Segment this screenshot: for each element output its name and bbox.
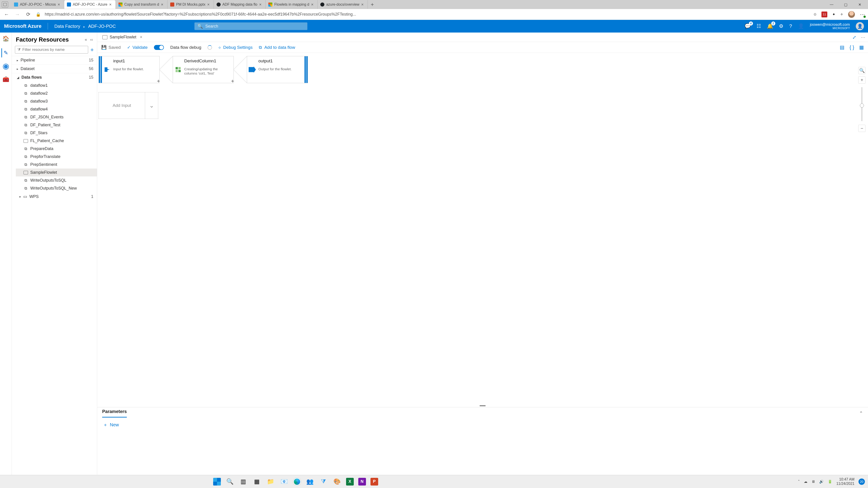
outlook-icon[interactable]: 📧 [280,477,289,486]
profile-avatar[interactable] [848,11,855,18]
dataflow-item[interactable]: ⧉PrepSentiment [16,161,97,168]
collapse-icon[interactable]: ‹‹ [90,37,93,42]
templates-icon[interactable]: ▤ [840,44,844,51]
close-icon[interactable]: × [140,35,143,39]
dataflow-item[interactable]: ⧉PrepforTranslate [16,153,97,161]
dataflow-item[interactable]: ⧉DF_Patient_Test [16,121,97,129]
monitor-icon[interactable] [3,64,9,70]
add-node-button[interactable]: + [230,78,236,84]
taskbar-search-icon[interactable]: 🔍 [225,477,235,486]
close-icon[interactable]: × [361,2,365,6]
paint-icon[interactable]: 🎨 [333,477,342,486]
vscode-icon[interactable]: ⧩ [319,477,328,486]
account-info[interactable]: joowen@microsoft.com MICROSOFT [810,22,850,30]
extension-badge[interactable]: 11 [822,11,827,18]
dataflow-item[interactable]: ⧉DF_JSON_Events [16,113,97,121]
notifications-icon[interactable]: 🔔2 [767,23,773,29]
zoom-in-button[interactable]: + [858,76,866,84]
add-input-box[interactable]: Add Input ⌄ [98,92,158,119]
excel-icon[interactable]: X [346,478,354,486]
add-node-button[interactable]: + [156,78,161,84]
clock[interactable]: 10:47 AM 11/24/2021 [836,477,855,486]
dataflow-item[interactable]: ⧉PrepareData [16,145,97,153]
explorer-icon[interactable]: 📁 [266,477,275,486]
manage-icon[interactable]: 🧰 [2,76,9,83]
close-icon[interactable]: × [161,2,164,6]
tab-parameters[interactable]: Parameters [102,409,127,418]
chevron-down-icon[interactable]: ⌄ [145,92,158,119]
browser-menu-icon[interactable]: ⋯ [860,11,865,18]
dataflow-item[interactable]: FL_Patient_Cache [16,137,97,145]
edge-icon[interactable] [293,478,301,486]
browser-tab[interactable]: ADF Mapping data flo × [214,0,266,9]
browser-tab[interactable]: ADF-JO-POC - Micros × [11,0,64,9]
url-text[interactable]: https://madrid-ci.azure.com/en-us/author… [45,12,809,17]
close-icon[interactable]: × [259,2,263,6]
flow-canvas[interactable]: input1 Input for the flowlet. + DerivedC… [97,53,868,404]
browser-tab[interactable]: PM DI Mocks.pptx × [167,0,214,9]
breadcrumb-service[interactable]: Data Factory [54,24,80,29]
zoom-thumb[interactable] [860,103,864,107]
volume-icon[interactable]: 🔊 [819,480,824,484]
forward-button[interactable]: → [14,11,21,18]
help-icon[interactable]: ? [789,23,792,29]
tab-manager-icon[interactable] [2,1,8,8]
browser-tab-active[interactable]: ADF-JO-POC - Azure × [64,0,116,9]
node-output[interactable]: output1 Output for the flowlet. [247,56,308,83]
favorite-icon[interactable]: ✩ [813,12,816,17]
editor-tab[interactable]: SampleFlowlet × [100,33,145,41]
close-window-button[interactable]: ✕ [853,0,866,9]
lock-icon[interactable]: 🔒 [36,12,41,17]
tray-chevron-icon[interactable]: ˄ [798,480,800,484]
panel-splitter[interactable] [97,404,868,407]
collections-icon[interactable]: ✧ [840,12,843,17]
minimize-button[interactable]: — [825,0,838,9]
resource-filter-input[interactable] [22,47,86,52]
dataflow-item[interactable]: ⧉WriteOutputsToSQL_New [16,184,97,192]
dataflow-item[interactable]: ⧉DF_Stars [16,129,97,137]
add-to-dataflow-button[interactable]: ⧉ Add to data flow [259,45,295,50]
feedback-icon[interactable]: 💬4 [745,23,751,29]
avatar-icon[interactable]: 👤 [856,22,864,30]
back-button[interactable]: ← [3,11,10,18]
close-icon[interactable]: × [58,2,61,6]
powerpoint-icon[interactable]: P [370,478,378,486]
dataflow-item[interactable]: ⧉dataflow3 [16,97,97,105]
start-button[interactable] [213,478,221,486]
fullscreen-icon[interactable]: ⤢ [852,35,856,40]
global-search[interactable]: 🔍 [194,22,307,30]
node-input[interactable]: input1 Input for the flowlet. [98,56,160,83]
widgets-icon[interactable]: ▦ [252,477,261,486]
code-icon[interactable]: { } [849,44,854,51]
section-dataset[interactable]: ▸ Dataset 56 [12,64,97,73]
debug-settings-button[interactable]: ⟐ Debug Settings [218,45,252,50]
refresh-button[interactable]: ⟳ [25,11,32,18]
diagnostic-icon[interactable]: ☷ [756,23,761,29]
close-icon[interactable]: × [311,2,315,6]
chevrons-icon[interactable]: « [85,37,87,42]
zoom-slider[interactable] [862,87,862,121]
validate-button[interactable]: ✓ Validate [127,45,148,50]
search-input[interactable] [205,24,305,29]
teams-icon[interactable]: 👥 [305,477,314,486]
breadcrumb-factory[interactable]: ADF-JO-POC [88,24,116,29]
azure-brand[interactable]: Microsoft Azure [4,23,41,29]
author-icon[interactable]: ✎ [1,48,8,57]
browser-tab[interactable]: azure-docs/overview × [318,0,368,9]
account-switch-icon[interactable]: 👤 [798,23,804,29]
home-icon[interactable]: 🏠 [2,35,9,42]
new-parameter-button[interactable]: ＋ New [103,422,862,428]
debug-toggle[interactable] [154,45,164,50]
zoom-out-button[interactable]: − [858,125,866,132]
chevron-up-icon[interactable]: ⌃ [859,411,863,416]
browser-tab[interactable]: Flowlets in mapping d × [266,0,318,9]
extensions-icon[interactable]: ✦ [832,12,835,17]
battery-icon[interactable]: 🔋 [828,480,832,484]
more-icon[interactable]: ⋯ [861,35,865,40]
network-icon[interactable]: 🖥 [811,480,815,484]
dataflow-item[interactable]: ⧉dataflow2 [16,90,97,97]
dataflow-item[interactable]: ⧉dataflow1 [16,82,97,90]
properties-icon[interactable]: ▦ [859,44,864,51]
dataflow-item[interactable]: SampleFlowlet [16,168,97,176]
search-canvas-button[interactable]: 🔍 [858,67,866,74]
